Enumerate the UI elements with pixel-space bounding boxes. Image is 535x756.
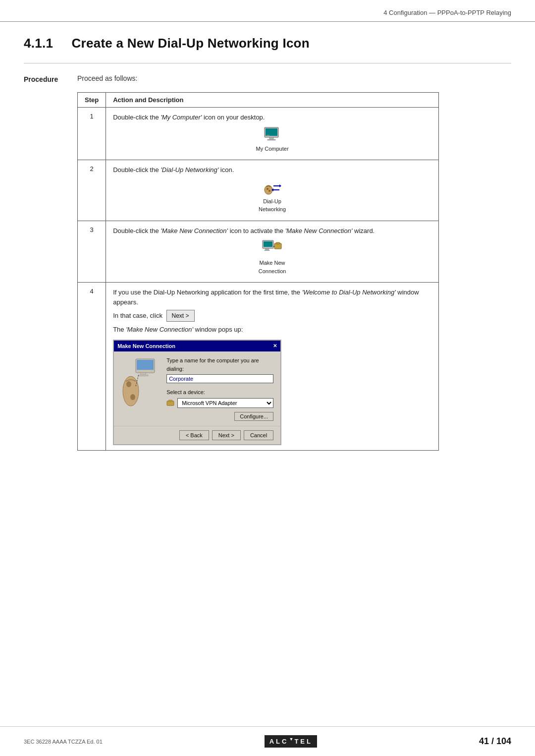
step4-line1: If you use the Dial-Up Networking applic… [113,288,431,307]
dialup-icon-container: Dial-UpNetworking [113,179,431,214]
device-icon [166,399,175,407]
col-step: Step [78,93,106,108]
step4-line3: The 'Make New Connection' window pops up… [113,325,431,335]
my-computer-label: My Computer [256,145,289,153]
svg-rect-28 [168,400,172,402]
svg-point-6 [267,188,268,190]
makenew-label: Make NewConnection [259,259,286,275]
alcatel-logo: A L C ▼ T E L [265,735,317,748]
svg-rect-14 [266,248,268,250]
dialog-titlebar: Make New Connection ✕ [114,341,280,352]
svg-rect-22 [138,375,148,376]
step-action: Double-click the 'Make New Connection' i… [106,221,439,283]
logo-text-e: E [300,738,306,745]
section-divider [24,63,511,63]
my-computer-icon [263,126,282,143]
connection-name-input[interactable] [166,374,273,383]
table-row: 1 Double-click the 'My Computer' icon on… [78,108,439,160]
dialog-illustration [121,356,161,421]
step4-line2: In that case, click Next > [113,310,431,322]
logo-text-a: A [269,738,275,745]
svg-rect-27 [167,401,174,406]
logo-triangle-icon: ▼ [289,737,293,742]
svg-marker-9 [279,184,281,187]
svg-rect-3 [268,139,275,140]
logo-text-c: C [282,738,288,745]
col-action: Action and Description [106,93,439,108]
my-computer-icon-container: My Computer [113,126,431,153]
device-select[interactable]: Microsoft VPN Adapter [177,398,273,408]
device-select-row: Microsoft VPN Adapter [166,398,273,408]
step-action: If you use the Dial-Up Networking applic… [106,283,439,451]
make-new-connection-dialog: Make New Connection ✕ [113,340,281,445]
dialup-networking-icon [263,179,282,196]
dialog-form: Type a name for the computer you are dia… [166,356,273,421]
logo-text-l2: L [307,738,312,745]
svg-rect-15 [265,250,269,251]
procedure-label: Procedure [24,74,68,83]
svg-rect-16 [274,243,281,249]
page-footer: 3EC 36228 AAAA TCZZA Ed. 01 A L C ▼ T E … [0,726,535,756]
svg-point-23 [123,376,139,406]
logo-box: A L C ▼ T E L [265,735,317,748]
dialog-close-icon: ✕ [273,342,277,349]
table-row: 4 If you use the Dial-Up Networking appl… [78,283,439,451]
step-number: 4 [78,283,106,451]
page-number: 41 / 104 [479,736,511,747]
dialog-title: Make New Connection [117,342,175,350]
footer-reference: 3EC 36228 AAAA TCZZA Ed. 01 [24,739,103,745]
dialup-label: Dial-UpNetworking [259,197,286,214]
svg-rect-20 [137,360,154,370]
svg-rect-13 [264,241,272,247]
svg-rect-4 [267,135,269,136]
svg-point-25 [130,394,135,400]
logo-text-t: T [294,738,300,745]
logo-text-l1: L [276,738,281,745]
svg-point-24 [126,381,131,387]
main-content: 4.1.1 Create a New Dial-Up Networking Ic… [0,22,535,505]
header-text: 4 Configuration — PPPoA-to-PPTP Relaying [383,9,511,16]
back-button[interactable]: < Back [179,430,209,440]
svg-rect-2 [269,137,273,139]
makenew-icon-container: Make NewConnection [113,239,431,275]
section-title: 4.1.1 Create a New Dial-Up Networking Ic… [24,36,511,51]
next-button-inline[interactable]: Next > [166,310,195,322]
procedure-row: Procedure Proceed as follows: [24,74,511,83]
step-action: Double-click the 'Dial-Up Networking' ic… [106,160,439,221]
name-label: Type a name for the computer you are dia… [166,356,273,373]
procedure-intro: Proceed as follows: [77,74,137,82]
table-row: 3 Double-click the 'Make New Connection'… [78,221,439,283]
configure-button[interactable]: Configure... [234,412,273,421]
make-new-connection-icon [262,239,283,257]
svg-point-5 [265,185,272,194]
table-row: 2 Double-click the 'Dial-Up Networking' … [78,160,439,221]
step-action: Double-click the 'My Computer' icon on y… [106,108,439,160]
svg-point-7 [268,190,270,192]
phone-illustration-svg [121,356,160,411]
svg-rect-17 [276,242,280,244]
step-number: 2 [78,160,106,221]
dialog-footer: < Back Next > Cancel [114,426,280,444]
cancel-button[interactable]: Cancel [244,430,273,440]
next-button[interactable]: Next > [212,430,241,440]
page-header: 4 Configuration — PPPoA-to-PPTP Relaying [0,0,535,22]
step-number: 3 [78,221,106,283]
steps-table: Step Action and Description 1 Double-cli… [77,92,439,451]
dialog-body: Type a name for the computer you are dia… [114,351,280,426]
step-number: 1 [78,108,106,160]
device-label: Select a device: [166,388,273,397]
svg-rect-1 [266,128,277,136]
